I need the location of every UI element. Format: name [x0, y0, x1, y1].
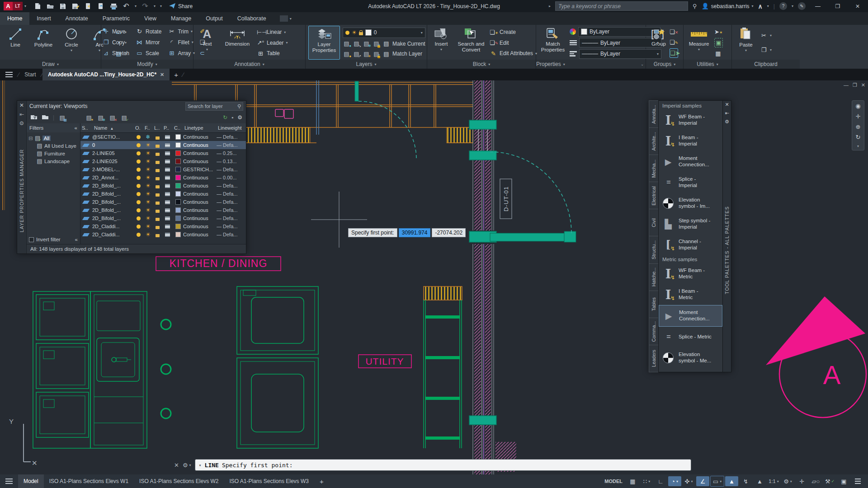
group-edit-icon[interactable]: ❏✎ — [670, 38, 678, 47]
panel-label-utilities[interactable]: Utilities▾ — [684, 60, 731, 69]
dynamic-input-toggle[interactable]: ▭▾ — [710, 476, 724, 487]
space-indicator[interactable]: MODEL — [602, 479, 625, 484]
open-from-web-icon[interactable] — [84, 2, 92, 10]
save-icon[interactable] — [59, 2, 67, 10]
layer-isolate-icon[interactable]: ▤↘ — [353, 40, 360, 47]
polar-tracking-toggle[interactable]: ◔▾ — [668, 476, 681, 486]
panel-label-properties[interactable]: Properties▾⌄ — [536, 60, 646, 69]
fillet-button[interactable]: ◜Fillet▾ — [168, 38, 195, 47]
close-button[interactable]: ✕ — [850, 0, 865, 12]
minimize-button[interactable]: — — [810, 0, 826, 12]
paste-button[interactable]: Paste ▾ — [735, 26, 757, 60]
stretch-button[interactable]: ⊿Stretch — [102, 49, 129, 57]
cut-icon[interactable]: ✂▾ — [760, 31, 772, 40]
layer-row[interactable]: 2D_Bifold_... ☀ Continuous— Defa... — [80, 190, 246, 198]
feedback-icon[interactable]: ✎ — [798, 2, 806, 10]
tool-splice-imperial[interactable]: = Splice - Imperial — [659, 172, 722, 193]
group-button[interactable]: [] Group — [649, 26, 669, 60]
tab-start[interactable]: Start — [19, 69, 41, 80]
mirror-button[interactable]: ⋈Mirror — [136, 38, 161, 47]
workspace-switching[interactable]: ⚒✓ — [823, 476, 836, 486]
share-button[interactable]: Share — [169, 3, 193, 9]
tab-view[interactable]: View — [137, 12, 164, 25]
help-icon[interactable]: ? — [779, 2, 787, 10]
layer-row[interactable]: 2-MÖBEL-... ☀ GESTRICH...— Defa... — [80, 165, 246, 174]
navbar-caret-icon[interactable]: ▾ — [857, 144, 859, 148]
tab-home[interactable]: Home — [0, 12, 29, 25]
new-document-tab-button[interactable]: + — [170, 69, 183, 80]
edit-block-button[interactable]: ❏✎Edit — [490, 38, 537, 47]
command-input[interactable]: ▾ LINE Specify first point: — [195, 459, 691, 471]
new-layout-button[interactable]: + — [314, 474, 329, 488]
autodesk-logo-icon[interactable]: ∧ — [758, 3, 763, 10]
trim-button[interactable]: ✂Trim▾ — [168, 27, 195, 36]
layer-row[interactable]: 2-LINIE025 ☀ Continuous— 0.13... — [80, 157, 246, 165]
clean-screen-toggle[interactable]: ▣ — [837, 476, 850, 486]
ribbon-display-options[interactable]: ▾ — [280, 12, 292, 25]
match-layer-button[interactable]: ▤Match Layer — [382, 50, 422, 58]
copy-button[interactable]: ❐Copy — [102, 38, 129, 47]
drawing-restore-icon[interactable]: ❐ — [853, 82, 857, 88]
search-icon[interactable]: ⚲ — [693, 3, 697, 9]
tab-parametric[interactable]: Parametric — [95, 12, 137, 25]
scale-button[interactable]: ▭Scale — [136, 49, 161, 57]
search-input[interactable]: Type a keyword or phrase — [555, 1, 688, 11]
tool-i-beam-imperial[interactable]: I↯ I Beam - Imperial — [659, 131, 722, 151]
new-layer-frozen-icon[interactable]: ▤❄ — [97, 114, 104, 121]
ungroup-icon[interactable]: ❏✕ — [670, 28, 678, 36]
tab-document[interactable]: Autodesk AutoCAD ...Tiny_House-2D_HC* ✕ — [42, 69, 170, 80]
redo-caret-icon[interactable]: ▾ — [154, 4, 156, 8]
layer-row[interactable]: 2D_Bifold_... ☀ Continuous— Defa... — [80, 206, 246, 214]
palette-tab-electrical[interactable]: Electrical — [649, 182, 658, 209]
save-as-icon[interactable] — [71, 2, 80, 10]
redo-icon[interactable]: ↷ — [141, 2, 149, 10]
layer-row[interactable]: @SECTIO... ❄ Continuous— Defa... — [80, 133, 246, 141]
filter-furniture[interactable]: ▤Furniture — [37, 150, 78, 157]
layer-unisolate-icon[interactable]: ▤↗ — [353, 51, 360, 57]
layer-search-input[interactable]: Search for layer ⚲ — [185, 102, 243, 111]
layer-freeze-icon[interactable]: ▤❄ — [363, 40, 370, 47]
line-button[interactable]: Line — [3, 26, 28, 60]
3d-object-snap-toggle[interactable]: ▲ — [753, 476, 766, 486]
new-property-filter-icon[interactable] — [30, 114, 38, 121]
layer-row[interactable]: 2-LINIE05 ☀ Continuous— 0.25... — [80, 149, 246, 157]
tool-moment-connection-metric[interactable]: ▶ Moment Connection... — [659, 305, 722, 327]
tool-palette-autohide-icon[interactable]: ⇤ — [725, 110, 729, 116]
table-button[interactable]: ⊞Table — [257, 49, 288, 58]
panel-label-modify[interactable]: Modify▾ — [101, 60, 193, 69]
group-selection-toggle-icon[interactable]: ❏➤ — [670, 48, 678, 58]
command-customize-icon[interactable]: ⚙▾ — [183, 462, 191, 469]
tab-manage[interactable]: Manage — [164, 12, 198, 25]
search-expand-icon[interactable]: ▸ — [549, 4, 551, 8]
crosshair-size[interactable]: ✛ — [795, 476, 808, 486]
layer-row[interactable]: 2D_Bifold_... ☀ Continuous— Defa... — [80, 182, 246, 190]
quick-calculator-icon[interactable]: ▦ — [714, 49, 723, 58]
panel-label-annotation[interactable]: Annotation▾ — [193, 60, 305, 69]
panel-label-draw[interactable]: Draw▾ — [0, 60, 101, 69]
new-layer-icon[interactable]: ▤✶ — [85, 114, 93, 121]
open-icon[interactable] — [46, 2, 54, 10]
command-close-icon[interactable]: ✕ — [174, 462, 179, 469]
tool-step-symbol-imperial[interactable]: ▙ Step symbol - Imperial — [659, 214, 722, 235]
tool-i-beam-metric[interactable]: I↯ I Beam - Metric — [659, 284, 722, 305]
layer-row[interactable]: 2D_Claddi... ☀ Continuous— Defa... — [80, 222, 246, 230]
linear-dimension-button[interactable]: ⊢⊣Linear▾ — [257, 28, 288, 37]
door-leaf-utility[interactable] — [490, 233, 571, 241]
drawing-close-icon[interactable]: ✕ — [861, 82, 865, 88]
new-group-filter-icon[interactable] — [42, 114, 49, 121]
collapse-pane-icon[interactable]: « — [75, 237, 78, 242]
tool-elevation-symbol-metric[interactable]: Elevation symbol - Me... — [659, 347, 722, 368]
plot-icon[interactable] — [109, 2, 118, 10]
filter-all-used[interactable]: ▤All Used Laye — [37, 142, 78, 150]
stop-icon[interactable]: ▪ — [231, 114, 233, 121]
drawing-area[interactable]: D-UT-01 KITCHEN / DINING UTILITY — [0, 80, 868, 474]
layout-tab-w1[interactable]: ISO A1-Plans Sections Elevs W1 — [44, 474, 134, 488]
full-navigation-wheel-icon[interactable]: ◉ — [855, 103, 860, 109]
circle-button[interactable]: Circle ▾ — [59, 26, 84, 60]
customization-menu[interactable] — [851, 476, 864, 486]
create-block-button[interactable]: ❏✶Create — [490, 28, 537, 37]
layer-row[interactable]: 2D_Bifold_... ☀ Continuous— Defa... — [80, 198, 246, 206]
restore-button[interactable]: ❐ — [830, 0, 845, 12]
tool-channel-imperial[interactable]: [↯ Channel - Imperial — [659, 235, 722, 255]
file-tabs-menu-icon[interactable] — [0, 69, 18, 80]
